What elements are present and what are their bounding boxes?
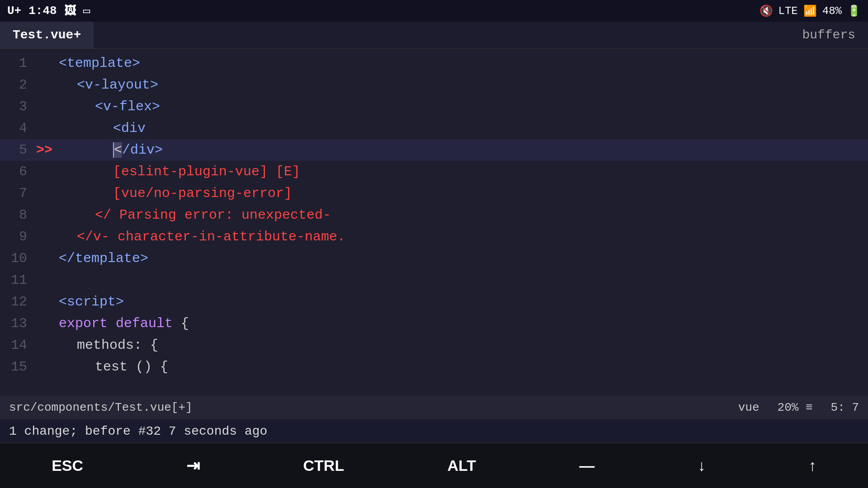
line-content-15: test () { [59,356,868,378]
line-number-2: 2 [0,74,36,96]
status-bar-left: U+ 1:48 🖼 ▭ [7,4,90,18]
line-number-9: 9 [0,226,36,248]
code-line-15: 15test () { [0,356,868,378]
alt-label: ALT [447,457,476,474]
line-number-1: 1 [0,52,36,74]
app-name: U+ [7,4,21,18]
line-number-6: 6 [0,161,36,183]
file-path: src/components/Test.vue[+] [9,401,193,414]
status-bar-right: 🔇 LTE 📶 48% 🔋 [760,5,861,18]
keyboard-bar: ESC ⇥ CTRL ALT — ↓ ↑ [0,443,868,488]
code-line-4: 4<div [0,117,868,139]
line-content-9: </v- character-in-attribute-name. [59,226,868,248]
line-number-8: 8 [0,204,36,226]
signal-icon: 📶 [803,5,817,18]
code-line-3: 3<v-flex> [0,96,868,117]
arrow-down-key[interactable]: ↓ [684,451,719,480]
line-content-2: <v-layout> [59,74,868,96]
code-line-7: 7[vue/no-parsing-error] [0,183,868,204]
line-content-8: </ Parsing error: unexpected- [59,204,868,226]
tab-key[interactable]: ⇥ [173,451,213,481]
arrow-down-icon: ↓ [698,457,706,474]
line-arrow-5: >> [36,139,59,161]
line-number-7: 7 [0,183,36,204]
ctrl-label: CTRL [303,457,344,474]
mute-icon: 🔇 [760,5,773,18]
line-content-4: <div [59,117,868,139]
code-line-6: 6[eslint-plugin-vue] [E] [0,161,868,183]
minus-key[interactable]: — [566,451,608,480]
file-type: vue [738,401,760,414]
message-bar: 1 change; before #32 7 seconds ago [0,419,868,443]
line-content-1: <template> [59,52,868,74]
battery-icon: 🔋 [847,5,861,18]
code-line-2: 2<v-layout> [0,74,868,96]
line-number-13: 13 [0,313,36,334]
battery-percent: 48% [822,5,842,17]
editor[interactable]: 1<template>2<v-layout>3<v-flex>4<div5>><… [0,49,868,396]
line-number-5: 5 [0,139,36,161]
cursor-position: 5: 7 [831,401,859,414]
line-content-14: methods: { [59,334,868,356]
line-number-12: 12 [0,291,36,313]
bottom-status-bar: src/components/Test.vue[+] vue 20% ≡ 5: … [0,396,868,419]
code-area: 1<template>2<v-layout>3<v-flex>4<div5>><… [0,49,868,396]
line-number-11: 11 [0,269,36,291]
code-line-9: 9</v- character-in-attribute-name. [0,226,868,248]
line-content-6: [eslint-plugin-vue] [E] [59,161,868,183]
code-line-8: 8</ Parsing error: unexpected- [0,204,868,226]
line-content-12: <script> [59,291,868,313]
minus-label: — [579,457,594,474]
code-line-10: 10</template> [0,248,868,269]
code-line-13: 13export default { [0,313,868,334]
line-content-7: [vue/no-parsing-error] [59,183,868,204]
tab-icon: ⇥ [186,456,200,475]
code-line-11: 11 [0,269,868,291]
line-content-10: </template> [59,248,868,269]
code-line-12: 12<script> [0,291,868,313]
image-icon: 🖼 [64,4,76,18]
code-line-1: 1<template> [0,52,868,74]
alt-key[interactable]: ALT [434,451,490,480]
line-number-10: 10 [0,248,36,269]
line-content-3: <v-flex> [59,96,868,117]
message-text: 1 change; before #32 7 seconds ago [9,424,267,438]
arrow-up-key[interactable]: ↑ [795,451,830,480]
tab-active-label: Test.vue+ [13,28,81,42]
time: 1:48 [28,4,57,18]
line-number-14: 14 [0,334,36,356]
battery-low-icon: ▭ [83,4,90,18]
esc-label: ESC [52,457,83,474]
line-content-13: export default { [59,313,868,334]
line-content-5: </div> [59,139,868,161]
code-line-14: 14methods: { [0,334,868,356]
lte-label: LTE [778,5,798,17]
tab-buffers[interactable]: buffers [789,22,868,48]
line-number-3: 3 [0,96,36,117]
ctrl-key[interactable]: CTRL [290,451,358,480]
tab-bar: Test.vue+ buffers [0,22,868,49]
zoom-level: 20% ≡ [778,401,813,414]
tab-active[interactable]: Test.vue+ [0,22,94,48]
status-right: vue 20% ≡ 5: 7 [738,401,859,414]
status-bar: U+ 1:48 🖼 ▭ 🔇 LTE 📶 48% 🔋 [0,0,868,22]
line-number-15: 15 [0,356,36,378]
line-number-4: 4 [0,117,36,139]
tab-buffers-label: buffers [802,28,855,42]
cursor-char: < [113,142,122,158]
code-line-5: 5>></div> [0,139,868,161]
arrow-up-icon: ↑ [809,457,816,474]
esc-key[interactable]: ESC [38,451,97,480]
